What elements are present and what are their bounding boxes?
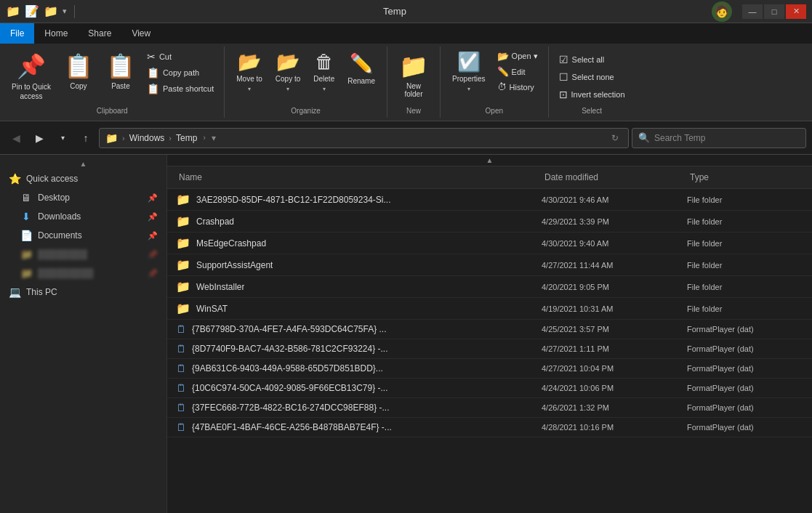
properties-arrow[interactable]: ▾ <box>446 85 491 93</box>
delete-button[interactable]: 🗑 Delete <box>307 49 340 84</box>
sidebar-item-documents[interactable]: 📄 Documents 📌 <box>0 226 166 245</box>
move-label: Move to <box>236 75 262 83</box>
menu-home[interactable]: Home <box>34 23 78 44</box>
paste-button[interactable]: 📋 Paste <box>100 49 141 93</box>
recent-button[interactable]: ▾ <box>52 128 73 148</box>
delete-label: Delete <box>313 75 334 83</box>
search-bar[interactable]: 🔍 Search Temp <box>632 128 806 148</box>
minimize-button[interactable]: — <box>742 4 763 19</box>
select-buttons: ☑ Select all ☐ Select none ⊡ Invert sele… <box>555 49 630 104</box>
new-folder-button[interactable]: 📁 Newfolder <box>393 49 434 101</box>
edit-button[interactable]: ✏️ Edit <box>493 65 542 78</box>
sidebar-item-blurred-1[interactable]: 📁 ████████ 📌 <box>0 245 166 264</box>
file-name-cell: 🗒 {7B67798D-370A-4FE7-A4FA-593DC64C75FA}… <box>176 323 542 335</box>
file-type-cell: File folder <box>687 239 803 248</box>
refresh-button[interactable]: ↻ <box>608 131 622 145</box>
copy-path-button[interactable]: 📋 Copy path <box>142 65 218 80</box>
table-row[interactable]: 🗒 {7B67798D-370A-4FE7-A4FA-593DC64C75FA}… <box>167 320 812 339</box>
sidebar-item-blurred-2[interactable]: 📁 █████████ 📌 <box>0 264 166 283</box>
history-button[interactable]: ⏱ History <box>493 80 542 94</box>
open-small-group: 📂 Open ▾ ✏️ Edit ⏱ History <box>493 49 542 94</box>
copy-path-icon: 📋 <box>147 67 159 78</box>
open-button[interactable]: 📂 Open ▾ <box>493 49 542 63</box>
back-button[interactable]: ◀ <box>6 128 26 148</box>
sidebar-item-quick-access[interactable]: ⭐ Quick access <box>0 169 166 188</box>
file-name-cell: 📁 SupportAssistAgent <box>176 258 542 272</box>
address-dropdown[interactable]: ▾ <box>212 133 216 143</box>
col-date[interactable]: Date modified <box>542 171 687 184</box>
maximize-button[interactable]: □ <box>764 4 784 19</box>
downloads-label: Downloads <box>38 211 81 222</box>
table-row[interactable]: 🗒 {47BAE0F1-4BAF-46CE-A256-B4878BAB7E4F}… <box>167 418 812 437</box>
table-row[interactable]: 📁 WinSAT 4/19/2021 10:31 AM File folder <box>167 298 812 320</box>
open-icon: 📂 <box>497 51 509 62</box>
ribbon-clipboard-buttons: 📌 Pin to Quickaccess 📋 Copy 📋 Paste ✂ Cu… <box>6 49 218 104</box>
pin-label: Pin to Quickaccess <box>12 82 51 101</box>
table-row[interactable]: 📁 Crashpad 4/29/2021 3:39 PM File folder <box>167 211 812 233</box>
menu-file[interactable]: File <box>0 23 34 44</box>
close-button[interactable]: ✕ <box>786 4 806 19</box>
copy-to-arrow[interactable]: ▾ <box>270 85 306 93</box>
file-date-cell: 4/25/2021 3:57 PM <box>542 325 687 334</box>
table-row[interactable]: 🗒 {8D7740F9-BAC7-4A32-B586-781C2CF93224}… <box>167 339 812 359</box>
title-bar-dropdown[interactable]: ▾ <box>63 7 67 16</box>
table-row[interactable]: 🗒 {37FEC668-772B-4822-BC16-274DCC98EF88}… <box>167 398 812 418</box>
window-title: Temp <box>82 6 707 17</box>
select-none-button[interactable]: ☐ Select none <box>555 69 630 85</box>
folder-icon: 📁 <box>176 280 190 294</box>
properties-button[interactable]: ☑️ Properties <box>446 49 491 84</box>
file-list: 📁 3AE2895D-85DF-4871-BC12-1F22D8059234-S… <box>167 189 812 513</box>
file-type-cell: File folder <box>687 195 803 204</box>
quick-access-label: Quick access <box>26 174 78 184</box>
desktop-label: Desktop <box>38 193 70 203</box>
dat-file-icon: 🗒 <box>176 323 186 335</box>
table-row[interactable]: 📁 3AE2895D-85DF-4871-BC12-1F22D8059234-S… <box>167 189 812 211</box>
sidebar-item-this-pc[interactable]: 💻 This PC <box>0 283 166 302</box>
sidebar-scroll-up[interactable]: ▲ <box>0 158 166 169</box>
up-button[interactable]: ↑ <box>76 128 96 148</box>
title-bar-separator <box>74 5 75 18</box>
file-name-text: {8D7740F9-BAC7-4A32-B586-781C2CF93224} -… <box>192 344 388 354</box>
search-icon: 🔍 <box>638 132 650 143</box>
window-controls: — □ ✕ <box>742 4 806 19</box>
file-area-scroll-up[interactable]: ▲ <box>167 155 812 166</box>
delete-arrow[interactable]: ▾ <box>307 85 340 93</box>
menu-view[interactable]: View <box>121 23 161 44</box>
edit-label: Edit <box>512 68 526 76</box>
table-row[interactable]: 📁 SupportAssistAgent 4/27/2021 11:44 AM … <box>167 254 812 276</box>
main-content: ▲ ⭐ Quick access 🖥 Desktop 📌 ⬇ Downloads… <box>0 155 812 513</box>
cut-button[interactable]: ✂ Cut <box>142 49 218 64</box>
sidebar-item-desktop[interactable]: 🖥 Desktop 📌 <box>0 188 166 207</box>
table-row[interactable]: 📁 WebInstaller 4/20/2021 9:05 PM File fo… <box>167 276 812 298</box>
user-avatar: 🧑 <box>712 1 732 22</box>
forward-button[interactable]: ▶ <box>29 128 49 148</box>
open-label: Open ▾ <box>512 52 538 61</box>
select-all-button[interactable]: ☑ Select all <box>555 52 630 68</box>
file-name-cell: 🗒 {47BAE0F1-4BAF-46CE-A256-B4878BAB7E4F}… <box>176 421 542 433</box>
table-row[interactable]: 📁 MsEdgeCrashpad 4/30/2021 9:40 AM File … <box>167 233 812 254</box>
breadcrumb-windows: Windows <box>129 133 165 143</box>
col-name[interactable]: Name <box>176 171 542 184</box>
move-to-arrow[interactable]: ▾ <box>230 85 268 93</box>
rename-button[interactable]: ✏️ Rename <box>342 49 381 88</box>
copy-button[interactable]: 📋 Copy <box>58 49 99 93</box>
pin-quick-access-button[interactable]: 📌 Pin to Quickaccess <box>6 49 57 104</box>
address-bar[interactable]: 📁 › Windows › Temp › ▾ ↻ <box>99 128 629 148</box>
nav-bar: ◀ ▶ ▾ ↑ 📁 › Windows › Temp › ▾ ↻ 🔍 Searc… <box>0 121 812 155</box>
dat-file-icon: 🗒 <box>176 402 186 413</box>
col-type[interactable]: Type <box>687 171 803 184</box>
sidebar-item-downloads[interactable]: ⬇ Downloads 📌 <box>0 207 166 226</box>
ribbon-open-buttons: ☑️ Properties ▾ 📂 Open ▾ ✏️ Edit ⏱ Histo… <box>446 49 542 104</box>
file-name-cell: 🗒 {8D7740F9-BAC7-4A32-B586-781C2CF93224}… <box>176 343 542 355</box>
copy-to-button[interactable]: 📂 Copy to <box>270 49 306 84</box>
file-date-cell: 4/30/2021 9:46 AM <box>542 195 687 204</box>
menu-share[interactable]: Share <box>78 23 121 44</box>
table-row[interactable]: 🗒 {9AB631C6-9403-449A-9588-65D57D851BDD}… <box>167 359 812 379</box>
file-type-cell: FormatPlayer (dat) <box>687 384 803 392</box>
file-name-text: MsEdgeCrashpad <box>196 238 266 249</box>
invert-selection-button[interactable]: ⊡ Invert selection <box>555 86 630 102</box>
table-row[interactable]: 🗒 {10C6C974-50CA-4092-9085-9F66ECB13C79}… <box>167 379 812 398</box>
paste-shortcut-button[interactable]: 📋 Paste shortcut <box>142 81 218 96</box>
move-to-button[interactable]: 📂 Move to <box>230 49 268 84</box>
breadcrumb-temp: Temp <box>176 133 197 143</box>
